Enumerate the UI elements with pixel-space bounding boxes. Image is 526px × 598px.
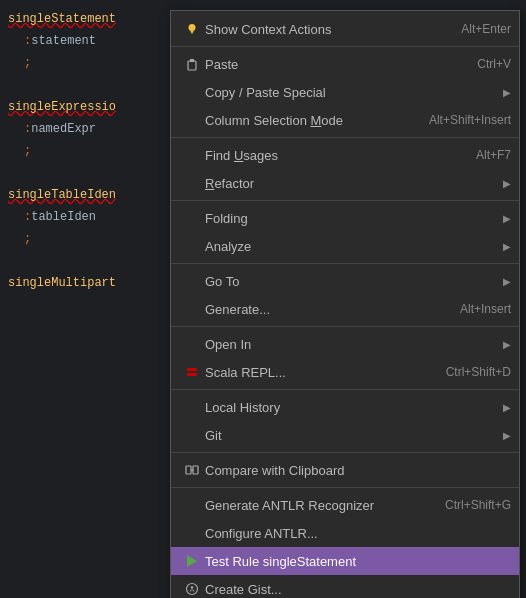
menu-label-show-context-actions: Show Context Actions (205, 22, 445, 37)
code-line-9: singleTableIden (0, 184, 165, 206)
menu-item-local-history[interactable]: Local History ▶ (171, 393, 519, 421)
menu-label-open-in: Open In (205, 337, 499, 352)
arrow-icon-5: ▶ (499, 276, 511, 287)
rule-name-3: singleTableIden (8, 188, 116, 202)
arrow-icon-1: ▶ (499, 87, 511, 98)
rule-name-2: singleExpressio (8, 100, 116, 114)
menu-label-generate-antlr: Generate ANTLR Recognizer (205, 498, 429, 513)
svg-point-12 (191, 586, 193, 588)
menu-shortcut-find-usages: Alt+F7 (476, 148, 511, 162)
menu-label-test-rule: Test Rule singleStatement (205, 554, 511, 569)
svg-rect-5 (187, 368, 197, 371)
arrow-icon-2: ▶ (499, 178, 511, 189)
code-line-4 (0, 74, 165, 96)
separator-1 (171, 46, 519, 47)
menu-item-copy-paste-special[interactable]: Copy / Paste Special ▶ (171, 78, 519, 106)
play-icon (179, 555, 205, 567)
svg-rect-4 (190, 59, 194, 62)
menu-label-analyze: Analyze (205, 239, 499, 254)
github-icon (179, 582, 205, 596)
code-line-1: singleStatement (0, 8, 165, 30)
menu-item-create-gist[interactable]: Create Gist... (171, 575, 519, 598)
menu-item-go-to[interactable]: Go To ▶ (171, 267, 519, 295)
menu-item-paste[interactable]: Paste Ctrl+V (171, 50, 519, 78)
context-menu: Show Context Actions Alt+Enter Paste Ctr… (170, 10, 520, 598)
menu-item-git[interactable]: Git ▶ (171, 421, 519, 449)
menu-item-open-in[interactable]: Open In ▶ (171, 330, 519, 358)
scala-icon (179, 365, 205, 379)
menu-label-local-history: Local History (205, 400, 499, 415)
menu-shortcut-column-selection: Alt+Shift+Insert (429, 113, 511, 127)
code-line-6: : namedExpr (0, 118, 165, 140)
svg-point-11 (187, 584, 198, 595)
menu-shortcut-generate-antlr: Ctrl+Shift+G (445, 498, 511, 512)
arrow-icon-7: ▶ (499, 402, 511, 413)
rule-name-1: singleStatement (8, 12, 116, 26)
svg-rect-3 (188, 61, 196, 70)
arrow-icon-8: ▶ (499, 430, 511, 441)
menu-label-configure-antlr: Configure ANTLR... (205, 526, 511, 541)
menu-item-generate-antlr[interactable]: Generate ANTLR Recognizer Ctrl+Shift+G (171, 491, 519, 519)
lightbulb-icon (179, 22, 205, 36)
separator-4 (171, 263, 519, 264)
code-line-10: : tableIden (0, 206, 165, 228)
code-line-11: ; (0, 228, 165, 250)
separator-8 (171, 487, 519, 488)
separator-5 (171, 326, 519, 327)
arrow-icon-6: ▶ (499, 339, 511, 350)
menu-item-generate[interactable]: Generate... Alt+Insert (171, 295, 519, 323)
code-editor: singleStatement : statement ; singleExpr… (0, 0, 165, 598)
arrow-icon-4: ▶ (499, 241, 511, 252)
menu-item-show-context-actions[interactable]: Show Context Actions Alt+Enter (171, 15, 519, 43)
menu-item-folding[interactable]: Folding ▶ (171, 204, 519, 232)
menu-label-paste: Paste (205, 57, 461, 72)
menu-label-git: Git (205, 428, 499, 443)
svg-rect-6 (187, 373, 197, 376)
menu-label-go-to: Go To (205, 274, 499, 289)
svg-point-0 (189, 24, 196, 31)
code-line-5: singleExpressio (0, 96, 165, 118)
menu-label-scala-repl: Scala REPL... (205, 365, 430, 380)
menu-shortcut-show-context-actions: Alt+Enter (461, 22, 511, 36)
menu-item-refactor[interactable]: Refactor ▶ (171, 169, 519, 197)
separator-7 (171, 452, 519, 453)
svg-rect-2 (191, 33, 193, 34)
svg-rect-7 (186, 466, 191, 474)
menu-item-test-rule[interactable]: Test Rule singleStatement (171, 547, 519, 575)
menu-shortcut-scala-repl: Ctrl+Shift+D (446, 365, 511, 379)
code-line-12 (0, 250, 165, 272)
code-line-2: : statement (0, 30, 165, 52)
menu-label-compare-clipboard: Compare with Clipboard (205, 463, 511, 478)
separator-6 (171, 389, 519, 390)
menu-label-column-selection: Column Selection Mode (205, 113, 413, 128)
svg-rect-8 (193, 466, 198, 474)
separator-3 (171, 200, 519, 201)
svg-rect-1 (191, 31, 194, 33)
menu-label-copy-paste-special: Copy / Paste Special (205, 85, 499, 100)
code-line-8 (0, 162, 165, 184)
arrow-icon-3: ▶ (499, 213, 511, 224)
menu-shortcut-generate: Alt+Insert (460, 302, 511, 316)
menu-item-compare-clipboard[interactable]: Compare with Clipboard (171, 456, 519, 484)
menu-label-generate: Generate... (205, 302, 444, 317)
menu-item-find-usages[interactable]: Find Usages Alt+F7 (171, 141, 519, 169)
menu-label-find-usages: Find Usages (205, 148, 460, 163)
paste-icon (179, 57, 205, 71)
menu-label-folding: Folding (205, 211, 499, 226)
code-line-13: singleMultipart (0, 272, 165, 294)
menu-label-create-gist: Create Gist... (205, 582, 511, 597)
code-line-7: ; (0, 140, 165, 162)
menu-item-configure-antlr[interactable]: Configure ANTLR... (171, 519, 519, 547)
menu-item-scala-repl[interactable]: Scala REPL... Ctrl+Shift+D (171, 358, 519, 386)
code-line-3: ; (0, 52, 165, 74)
menu-shortcut-paste: Ctrl+V (477, 57, 511, 71)
menu-item-analyze[interactable]: Analyze ▶ (171, 232, 519, 260)
compare-icon (179, 463, 205, 477)
menu-item-column-selection[interactable]: Column Selection Mode Alt+Shift+Insert (171, 106, 519, 134)
menu-label-refactor: Refactor (205, 176, 499, 191)
rule-name-4: singleMultipart (8, 276, 116, 290)
separator-2 (171, 137, 519, 138)
